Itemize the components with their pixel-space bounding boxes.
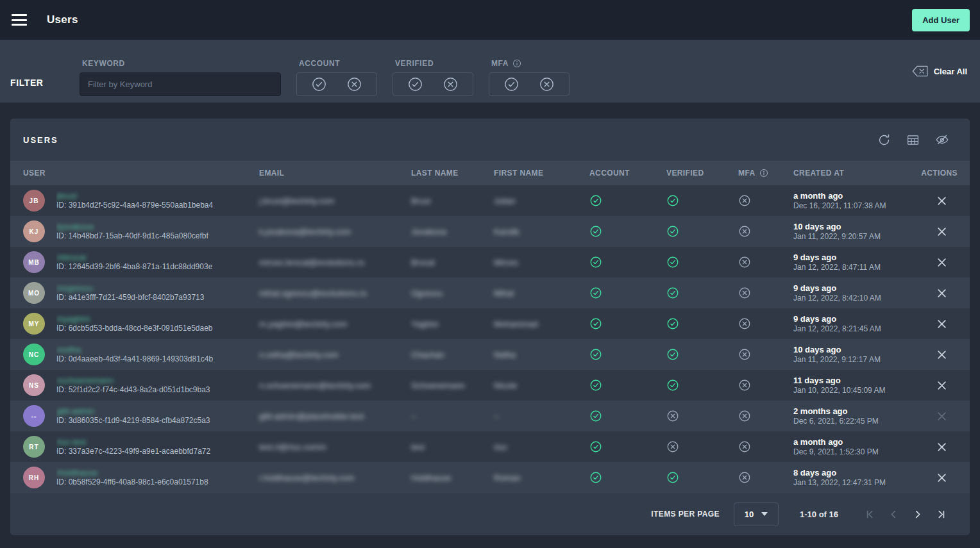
verified-no-toggle x-circle-icon[interactable] — [443, 76, 459, 92]
hamburger-menu-icon[interactable] — [12, 14, 27, 26]
avatar: RH — [23, 467, 45, 488]
info-icon[interactable] — [512, 59, 521, 68]
avatar: JB — [23, 190, 45, 212]
firstname-value: Mirces — [494, 258, 518, 267]
prev-page-icon[interactable] — [888, 509, 899, 520]
delete-user-icon[interactable] — [936, 226, 947, 237]
check-circle-icon — [666, 379, 718, 392]
account-no-toggle x-circle-icon[interactable] — [346, 76, 362, 92]
delete-user-icon[interactable] — [936, 288, 947, 299]
lastname-value: Jovakova — [411, 227, 446, 237]
mfa-yes-toggle check-circle-icon[interactable] — [503, 76, 520, 92]
table-row: NS nschoenemann ID: 52f1d2c2-f74c-4d43-8… — [10, 370, 970, 401]
items-per-page-value: 10 — [745, 510, 754, 519]
last-page-icon[interactable] — [936, 509, 947, 520]
x-circle-icon — [738, 379, 784, 392]
table-row: MO mogrescu ID: a41e3fff-7d21-459d-bfcf-… — [10, 278, 970, 308]
x-circle-icon — [738, 471, 784, 484]
created-date: Jan 12, 2022, 8:47:11 AM — [793, 263, 911, 272]
next-page-icon[interactable] — [912, 509, 923, 520]
items-per-page-select[interactable]: 10 — [734, 502, 779, 526]
col-header-email: EMAIL — [249, 169, 401, 178]
verified-filter-toggles — [393, 72, 473, 96]
user-id: ID: 0b58f529-4ff6-40a8-98c1-e6c0a01571b8 — [56, 477, 208, 487]
firstname-value: Mihal — [494, 288, 514, 298]
username-link[interactable]: kjovakova — [56, 222, 94, 231]
delete-user-icon[interactable] — [936, 349, 947, 360]
check-circle-icon — [666, 348, 718, 361]
table-row: -- glitl-admin ID: 3d86035c-f1d9-4219-85… — [10, 401, 970, 431]
username-link[interactable]: ncelha — [56, 345, 81, 354]
lastname-value: Holdhause — [411, 473, 451, 483]
mfa-filter-group: MFA — [489, 40, 570, 96]
check-circle-icon — [589, 194, 646, 207]
col-header-verified: VERIFIED — [646, 169, 718, 178]
mfa-filter-label: MFA — [491, 59, 570, 68]
check-circle-icon — [666, 256, 718, 269]
firstname-value: Julian — [494, 196, 516, 206]
check-circle-icon — [589, 286, 646, 299]
email-value: m.yaghini@techirly.com — [259, 319, 347, 329]
delete-user-icon[interactable] — [936, 442, 947, 453]
lastname-value: -- — [411, 411, 417, 421]
delete-user-icon[interactable] — [936, 411, 947, 422]
delete-user-icon[interactable] — [936, 380, 947, 391]
x-circle-icon — [666, 410, 718, 422]
username-link[interactable]: jbrust — [56, 191, 77, 201]
keyword-filter-input[interactable] — [80, 72, 281, 96]
username-link[interactable]: mogrescu — [56, 283, 93, 293]
x-circle-icon — [666, 440, 718, 453]
users-card-title: USERS — [23, 135, 58, 145]
firstname-value: rluc — [494, 442, 507, 452]
username-link[interactable]: myaghini — [56, 314, 90, 324]
created-relative: 9 days ago — [793, 283, 911, 294]
delete-user-icon[interactable] — [936, 472, 947, 483]
account-yes-toggle check-circle-icon[interactable] — [311, 76, 327, 92]
users-card-header: USERS — [10, 119, 970, 161]
created-date: Jan 13, 2022, 12:47:31 PM — [793, 478, 911, 488]
lastname-value: Yaghini — [411, 319, 438, 329]
email-value: mihal.ogrescu@evolutions.ro — [259, 288, 367, 298]
delete-user-icon[interactable] — [936, 319, 947, 329]
username-link[interactable]: rluc-test — [56, 437, 86, 447]
email-value: glitl-admin@placeholder.test — [259, 411, 364, 421]
users-card: USERS USER EMAIL LAST NAME FIRST NAME AC… — [10, 119, 970, 535]
add-user-button[interactable]: Add User — [912, 9, 970, 31]
avatar: -- — [23, 405, 45, 427]
verified-yes-toggle check-circle-icon[interactable] — [407, 76, 423, 92]
col-header-createdat: CREATED AT — [784, 169, 911, 178]
mfa-no-toggle x-circle-icon[interactable] — [539, 76, 555, 92]
eye-off-icon[interactable] — [935, 133, 949, 147]
username-link[interactable]: mbrocal — [56, 253, 86, 262]
x-circle-icon — [738, 317, 784, 330]
username-link[interactable]: rholdhause — [56, 468, 97, 477]
col-header-lastname: LAST NAME — [401, 169, 484, 178]
table-row: MB mbrocal ID: 12645d39-2bf6-4ba8-871a-1… — [10, 247, 970, 278]
pagination-bar: ITEMS PER PAGE 10 1-10 of 16 — [10, 493, 970, 535]
refresh-icon[interactable] — [877, 133, 891, 147]
created-relative: 9 days ago — [793, 314, 911, 324]
check-circle-icon — [589, 379, 646, 392]
page-range-label: 1-10 of 16 — [800, 510, 838, 519]
firstname-value: Roman — [494, 473, 521, 483]
first-page-icon[interactable] — [865, 509, 875, 520]
x-circle-icon — [738, 194, 784, 207]
x-circle-icon — [738, 225, 784, 238]
created-date: Jan 11, 2022, 9:12:17 AM — [793, 355, 911, 365]
lastname-value: Ogrescu — [411, 288, 443, 298]
check-circle-icon — [589, 225, 646, 238]
user-id: ID: 14b48bd7-15ab-40df-9d1c-485a080cefbf — [56, 231, 208, 241]
avatar: NS — [23, 374, 45, 396]
username-link[interactable]: glitl-admin — [56, 406, 94, 416]
clear-all-button[interactable]: Clear All — [912, 65, 967, 77]
delete-user-icon[interactable] — [936, 195, 947, 206]
check-circle-icon — [666, 225, 718, 238]
check-circle-icon — [589, 440, 646, 453]
table-icon[interactable] — [906, 133, 920, 147]
username-link[interactable]: nschoenemann — [56, 376, 114, 385]
info-icon[interactable] — [759, 169, 768, 178]
avatar: MO — [23, 282, 45, 304]
backspace-icon — [912, 65, 928, 77]
delete-user-icon[interactable] — [936, 257, 947, 268]
firstname-value: Nelha — [494, 350, 516, 360]
